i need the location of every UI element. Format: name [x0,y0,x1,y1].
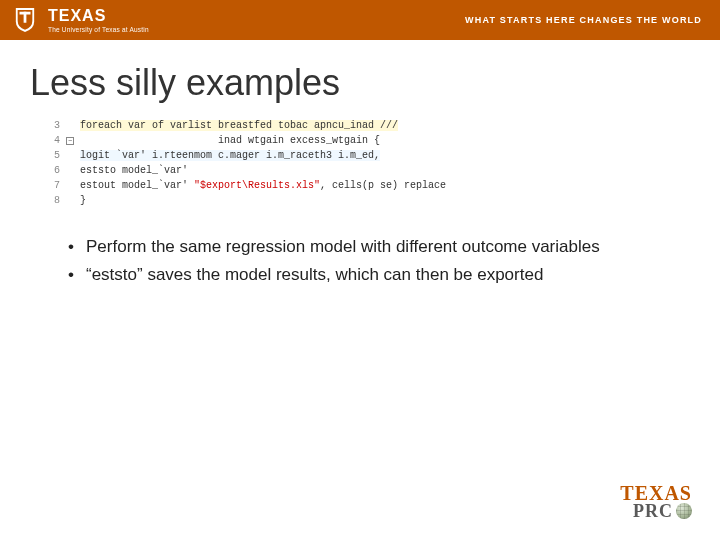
ut-wordmark-text: TEXAS [48,8,149,24]
line-number: 6 [40,163,60,178]
fold-column: − [66,118,80,208]
footer-logo: TEXAS PRC [620,484,692,520]
globe-icon [676,503,692,519]
bullet-item: Perform the same regression model with d… [68,236,690,258]
line-number-gutter: 3 4 5 6 7 8 [40,118,66,208]
ut-wordmark: TEXAS The University of Texas at Austin [46,0,149,40]
ut-subline: The University of Texas at Austin [48,26,149,33]
code-line: estout model_`var' "$export\Results.xls"… [80,180,446,191]
fold-minus-icon: − [66,137,74,145]
shield-icon [14,7,36,33]
line-number: 7 [40,178,60,193]
bullet-item: “eststo” saves the model results, which … [68,264,690,286]
footer-logo-line2: PRC [620,503,692,520]
code-line: logit `var' i.rteenmom c.mager i.m_racet… [80,150,380,161]
svg-rect-1 [24,12,27,23]
code-lines: foreach var of varlist breastfed tobac a… [80,118,690,208]
code-line: eststo model_`var' [80,165,188,176]
header-tagline: WHAT STARTS HERE CHANGES THE WORLD [465,15,702,25]
code-line: foreach var of varlist breastfed tobac a… [80,120,398,131]
code-line: } [80,195,86,206]
line-number: 5 [40,148,60,163]
ut-shield-badge [0,0,46,40]
line-number: 8 [40,193,60,208]
code-line: inad wtgain excess_wtgain { [80,135,380,146]
brand-header: TEXAS The University of Texas at Austin … [0,0,720,40]
line-number: 4 [40,133,60,148]
slide-content: Less silly examples 3 4 5 6 7 8 − foreac… [0,40,720,286]
ut-logo-block: TEXAS The University of Texas at Austin [0,0,149,40]
slide-title: Less silly examples [30,62,690,104]
line-number: 3 [40,118,60,133]
code-block: 3 4 5 6 7 8 − foreach var of varlist bre… [40,118,690,208]
bullet-list: Perform the same regression model with d… [30,236,690,286]
